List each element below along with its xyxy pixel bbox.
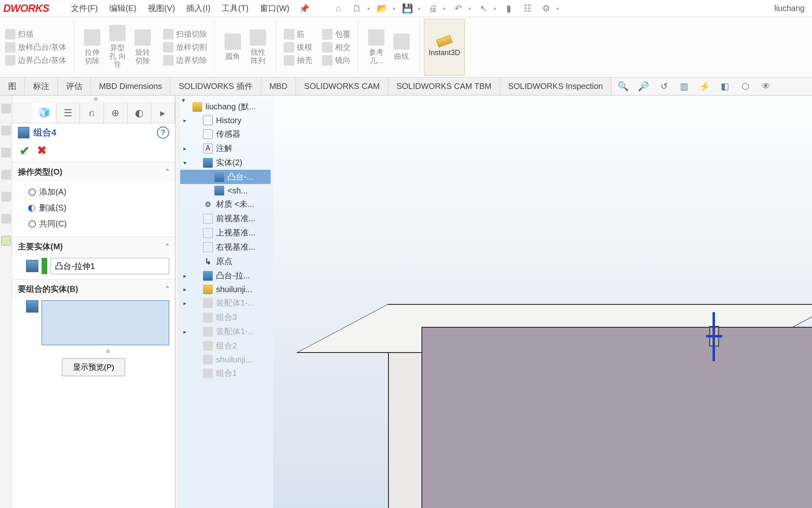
hole-wizard-button[interactable]: 异型孔 向导 (105, 24, 130, 70)
menu-edit[interactable]: 编辑(E) (104, 1, 142, 16)
sweep-button[interactable]: 扫描 (3, 28, 68, 40)
loft-cut-button[interactable]: 放样切割 (161, 41, 209, 53)
cancel-button[interactable]: ✖ (37, 144, 46, 158)
section-main-header[interactable]: 主要实体(M) ˄ (12, 237, 175, 256)
tree-annotations[interactable]: ▸A注解 (180, 141, 271, 155)
tree-asm1a[interactable]: ▸装配体1-... (180, 296, 271, 310)
tree-combine1[interactable]: 组合1 (180, 366, 271, 380)
tree-root[interactable]: liuchang (默... (180, 100, 271, 114)
view-orientation-icon[interactable]: ⬡ (737, 79, 754, 94)
menu-file[interactable]: 文件(F) (65, 1, 104, 16)
tree-shuilunji-2[interactable]: shuilunji... (180, 353, 271, 366)
user-name[interactable]: liuchang (774, 4, 805, 13)
section-view-icon[interactable]: ▥ (676, 79, 693, 94)
ref-geom-button[interactable]: 参考 几... (364, 29, 388, 66)
prev-view-icon[interactable]: ↺ (655, 79, 673, 94)
wrap-button[interactable]: 包覆 (320, 28, 352, 40)
menu-window[interactable]: 窗口(W) (254, 1, 295, 16)
boundary-button[interactable]: 边界凸台/基体 (3, 54, 68, 67)
rail-btn-7[interactable] (1, 236, 11, 246)
curves-button[interactable]: 曲线 (389, 33, 414, 62)
sweep-cut-button[interactable]: 扫描切除 (161, 28, 209, 40)
help-button[interactable]: ? (157, 126, 169, 139)
revolve-cut-button[interactable]: 旋转 切除 (130, 29, 155, 66)
tree-history[interactable]: ▸History (180, 114, 271, 127)
panel-splitter[interactable] (175, 95, 179, 508)
menu-tools[interactable]: 工具(T) (216, 1, 254, 16)
tree-plane-right[interactable]: 右视基准... (180, 240, 271, 254)
section-op-header[interactable]: 操作类型(O) ˄ (12, 162, 175, 182)
print-icon[interactable]: 🖨 (424, 1, 441, 16)
zoom-area-icon[interactable]: 🔎 (635, 79, 652, 94)
tree-bodies[interactable]: ▾实体(2) (180, 155, 271, 170)
tab-annotate[interactable]: 标注 (25, 78, 58, 95)
zoom-fit-icon[interactable]: 🔍 (615, 79, 632, 94)
instant3d-button[interactable]: Instant3D (424, 19, 465, 75)
rail-btn-3[interactable] (1, 148, 11, 158)
rebuild-icon[interactable]: ▮ (500, 1, 517, 16)
tab-mbd-dimensions[interactable]: MBD Dimensions (91, 78, 170, 95)
boundary-cut-button[interactable]: 边界切除 (161, 54, 209, 67)
more-tabs[interactable]: ▸ (151, 103, 175, 123)
radio-subtract[interactable]: 删减(S) (29, 200, 168, 216)
tree-plane-top[interactable]: 上视基准... (180, 226, 271, 240)
section-combine-header[interactable]: 要组合的实体(B) ˄ (12, 280, 175, 299)
home-icon[interactable]: ⌂ (330, 1, 347, 16)
menu-insert[interactable]: 插入(I) (181, 1, 216, 16)
tab-sw-inspection[interactable]: SOLIDWORKS Inspection (500, 78, 611, 95)
hide-show-icon[interactable]: 👁 (757, 79, 774, 94)
tab-sw-addins[interactable]: SOLIDWORKS 插件 (170, 78, 261, 95)
rail-btn-6[interactable] (1, 214, 11, 224)
show-preview-button[interactable]: 显示预览(P) (62, 358, 125, 376)
save-icon[interactable]: 💾 (399, 1, 416, 16)
tree-extrude[interactable]: ▸凸台-拉... (180, 268, 271, 283)
bodies-to-combine-list[interactable] (42, 300, 169, 345)
tree-sensors[interactable]: 传感器 (180, 127, 271, 141)
loft-button[interactable]: 放样凸台/基体 (3, 41, 68, 53)
tree-asm1b[interactable]: ▸装配体1-... (180, 324, 271, 339)
property-manager-tab[interactable]: ☰ (56, 103, 80, 123)
new-icon[interactable]: 🗋 (349, 1, 366, 16)
draft-button[interactable]: 拔模 (282, 41, 314, 53)
options-list-icon[interactable]: ☷ (519, 1, 536, 16)
fillet-button[interactable]: 圆角 (221, 33, 245, 62)
tree-body-1[interactable]: 凸台-... (180, 170, 271, 184)
extrude-cut-button[interactable]: 拉伸 切除 (80, 29, 104, 66)
main-body-input[interactable] (51, 258, 169, 274)
radio-add[interactable]: 添加(A) (29, 184, 168, 200)
pin-icon[interactable]: 📌 (295, 4, 313, 13)
feature-manager-tab[interactable]: 🧊 (33, 103, 56, 123)
mirror-button[interactable]: 镜向 (320, 54, 352, 67)
configuration-manager-tab[interactable]: ⎌ (80, 103, 104, 123)
display-manager-tab[interactable]: ◐ (128, 103, 151, 123)
panel-width-handle[interactable] (12, 95, 175, 103)
tree-combine3[interactable]: 组合3 (180, 310, 271, 324)
display-style-icon[interactable]: ◧ (717, 79, 734, 94)
linear-pattern-button[interactable]: 线性 阵列 (246, 29, 270, 66)
tab-mbd[interactable]: MBD (261, 78, 296, 95)
settings-gear-icon[interactable]: ⚙ (538, 1, 555, 16)
tree-material[interactable]: ⚙材质 <未... (180, 197, 271, 211)
tree-origin[interactable]: ↳原点 (180, 254, 271, 268)
tab-sw-cam-tbm[interactable]: SOLIDWORKS CAM TBM (388, 78, 500, 95)
rail-btn-5[interactable] (1, 192, 11, 202)
graphics-viewport[interactable] (273, 95, 812, 508)
intersect-button[interactable]: 相交 (320, 41, 352, 53)
undo-icon[interactable]: ↶ (450, 1, 467, 16)
tree-body-2[interactable]: <sh... (180, 184, 271, 197)
dimxpert-manager-tab[interactable]: ⊕ (104, 103, 128, 123)
open-icon[interactable]: 📂 (374, 1, 391, 16)
selection-gizmo[interactable] (706, 312, 722, 361)
radio-common[interactable]: 共同(C) (29, 216, 168, 232)
tab-sketch[interactable]: 图 (0, 78, 25, 95)
tree-plane-front[interactable]: 前视基准... (180, 211, 271, 226)
menu-view[interactable]: 视图(V) (142, 1, 181, 16)
rail-btn-4[interactable] (1, 170, 11, 180)
rail-btn-1[interactable] (1, 104, 11, 113)
ok-button[interactable]: ✔ (20, 144, 30, 158)
tree-shuilunji-1[interactable]: ▸shuilunji... (180, 283, 271, 296)
tab-evaluate[interactable]: 评估 (58, 78, 91, 95)
rail-btn-2[interactable] (1, 126, 11, 135)
tree-combine2[interactable]: 组合2 (180, 339, 271, 353)
list-scroll-handle[interactable] (53, 348, 159, 354)
